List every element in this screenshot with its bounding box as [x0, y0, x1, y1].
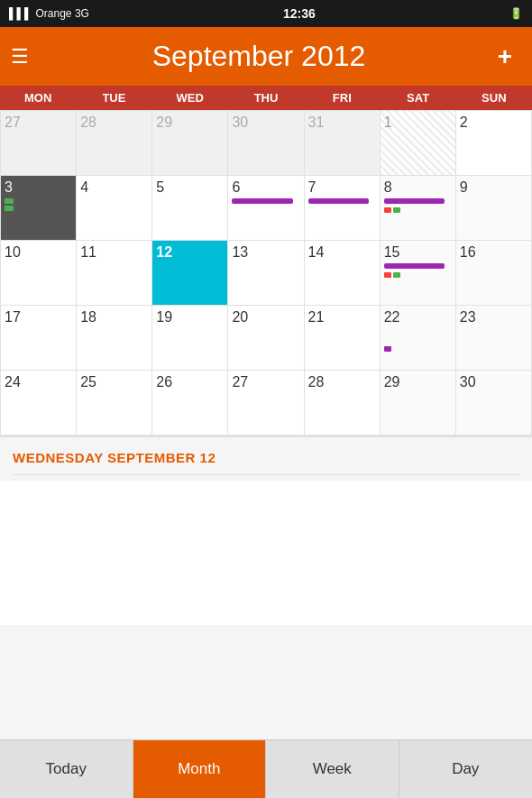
menu-button[interactable]: ☰	[11, 45, 29, 69]
event-indicators	[384, 328, 452, 352]
event-bar	[393, 207, 400, 213]
table-row[interactable]: 25	[77, 371, 152, 436]
status-right: 🔋	[509, 7, 523, 20]
selected-day-title: WEDNESDAY SEPTEMBER 12	[13, 450, 519, 475]
table-row[interactable]: 31	[305, 111, 381, 176]
table-row[interactable]: 30	[456, 371, 532, 436]
table-row[interactable]: 7	[305, 176, 381, 241]
status-bar: ▌▌▌ Orange 3G 12:36 🔋	[0, 0, 532, 27]
table-row[interactable]: 5	[152, 176, 228, 241]
event-bar	[384, 207, 391, 213]
carrier-info: ▌▌▌ Orange 3G	[9, 7, 89, 20]
event-indicators	[232, 198, 299, 204]
table-row[interactable]: 21	[305, 306, 381, 371]
event-bar	[393, 272, 400, 278]
tab-month[interactable]: Month	[133, 740, 267, 798]
table-row[interactable]: 16	[456, 241, 532, 306]
table-row[interactable]: 29	[152, 111, 228, 176]
selected-day-section: WEDNESDAY SEPTEMBER 12	[0, 436, 532, 481]
table-row[interactable]: 11	[77, 241, 152, 306]
calendar-grid-container: 27 28 29 30 31 1 2 3 4 5 6 7	[0, 110, 532, 436]
time-display: 12:36	[283, 6, 316, 21]
tab-day[interactable]: Day	[399, 740, 533, 798]
table-row[interactable]: 23	[456, 306, 532, 371]
table-row[interactable]: 30	[228, 111, 304, 176]
events-list-area	[0, 481, 532, 625]
calendar-header: ☰ September 2012 +	[0, 27, 532, 86]
tab-today[interactable]: Today	[0, 740, 133, 798]
event-indicators	[308, 198, 376, 204]
table-row[interactable]: 2	[456, 111, 532, 176]
signal-icon: ▌▌▌	[9, 7, 32, 20]
table-row[interactable]: 22	[381, 306, 456, 371]
battery-icon: 🔋	[509, 7, 523, 20]
event-indicators	[384, 198, 452, 213]
calendar-grid: 27 28 29 30 31 1 2 3 4 5 6 7	[0, 110, 532, 436]
table-row[interactable]: 17	[1, 306, 77, 371]
tab-week[interactable]: Week	[266, 740, 399, 798]
event-bar	[384, 263, 445, 269]
table-row[interactable]: 8	[381, 176, 456, 241]
event-bar	[232, 198, 293, 204]
table-row[interactable]: 9	[456, 176, 532, 241]
day-header-fri: FRI	[304, 86, 380, 110]
day-header-sun: SUN	[456, 86, 532, 110]
event-bar	[5, 206, 14, 211]
table-row[interactable]: 27	[228, 371, 304, 436]
table-row[interactable]: 28	[77, 111, 152, 176]
event-bar	[384, 346, 391, 352]
table-row[interactable]: 18	[77, 306, 152, 371]
event-bar	[5, 198, 14, 204]
table-row[interactable]: 29	[381, 371, 456, 436]
table-row[interactable]: 27	[1, 111, 77, 176]
event-bar	[308, 198, 370, 204]
day-header-wed: WED	[152, 86, 228, 110]
table-row[interactable]: 19	[152, 306, 228, 371]
table-row[interactable]: 20	[228, 306, 304, 371]
event-indicators	[5, 198, 72, 211]
table-row[interactable]: 1	[381, 111, 456, 176]
event-bar	[384, 272, 391, 278]
tab-bar: Today Month Week Day	[0, 739, 532, 798]
table-row[interactable]: 12	[152, 241, 228, 306]
table-row[interactable]: 10	[1, 241, 77, 306]
day-header-sat: SAT	[380, 86, 455, 110]
table-row[interactable]: 3	[1, 176, 77, 241]
day-header-thu: THU	[228, 86, 304, 110]
event-bar	[384, 198, 445, 204]
add-event-button[interactable]: +	[489, 41, 521, 73]
table-row[interactable]: 14	[305, 241, 381, 306]
table-row[interactable]: 13	[228, 241, 304, 306]
table-row[interactable]: 26	[152, 371, 228, 436]
table-row[interactable]: 4	[77, 176, 152, 241]
table-row[interactable]: 15	[381, 241, 456, 306]
table-row[interactable]: 24	[1, 371, 77, 436]
day-header-mon: MON	[0, 86, 76, 110]
event-indicators	[384, 263, 452, 278]
day-headers-row: MON TUE WED THU FRI SAT SUN	[0, 86, 532, 110]
month-title: September 2012	[152, 40, 366, 73]
day-header-tue: TUE	[76, 86, 151, 110]
table-row[interactable]: 6	[228, 176, 304, 241]
table-row[interactable]: 28	[305, 371, 381, 436]
carrier-label: Orange 3G	[36, 7, 89, 20]
